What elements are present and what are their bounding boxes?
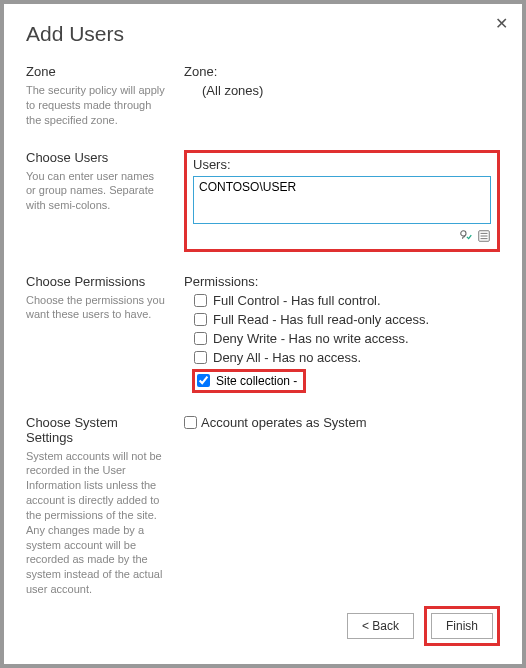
dialog-title: Add Users bbox=[26, 22, 500, 46]
permissions-section-title: Choose Permissions bbox=[26, 274, 166, 289]
perm-full-control[interactable]: Full Control - Has full control. bbox=[194, 293, 500, 308]
system-section-title: Choose System Settings bbox=[26, 415, 166, 445]
perm-checkbox[interactable] bbox=[197, 374, 210, 387]
section-system: Choose System Settings System accounts w… bbox=[26, 415, 500, 597]
dialog-footer: < Back Finish bbox=[347, 606, 500, 646]
system-section-desc: System accounts will not be recorded in … bbox=[26, 449, 166, 597]
perm-checkbox[interactable] bbox=[194, 294, 207, 307]
users-section-title: Choose Users bbox=[26, 150, 166, 165]
perm-site-collection-highlight[interactable]: Site collection - bbox=[192, 369, 306, 393]
perm-full-read[interactable]: Full Read - Has full read-only access. bbox=[194, 312, 500, 327]
perm-checkbox[interactable] bbox=[194, 351, 207, 364]
perm-label: Site collection - bbox=[216, 374, 297, 388]
section-permissions: Choose Permissions Choose the permission… bbox=[26, 274, 500, 393]
close-icon[interactable]: ✕ bbox=[495, 14, 508, 33]
zone-section-desc: The security policy will apply to reques… bbox=[26, 83, 166, 128]
section-zone: Zone The security policy will apply to r… bbox=[26, 64, 500, 128]
check-names-icon[interactable] bbox=[459, 229, 473, 243]
zone-value: (All zones) bbox=[202, 83, 500, 98]
system-checkbox[interactable] bbox=[184, 416, 197, 429]
back-button[interactable]: < Back bbox=[347, 613, 414, 639]
browse-icon[interactable] bbox=[477, 229, 491, 243]
system-checkbox-label: Account operates as System bbox=[201, 415, 366, 430]
perm-checkbox[interactable] bbox=[194, 332, 207, 345]
perm-label: Full Read - Has full read-only access. bbox=[213, 312, 429, 327]
perm-deny-write[interactable]: Deny Write - Has no write access. bbox=[194, 331, 500, 346]
finish-button[interactable]: Finish bbox=[431, 613, 493, 639]
perm-label: Deny Write - Has no write access. bbox=[213, 331, 409, 346]
users-highlight: Users: bbox=[184, 150, 500, 252]
finish-highlight: Finish bbox=[424, 606, 500, 646]
permissions-list: Full Control - Has full control. Full Re… bbox=[194, 293, 500, 393]
users-section-desc: You can enter user names or group names.… bbox=[26, 169, 166, 214]
zone-section-title: Zone bbox=[26, 64, 166, 79]
perm-label: Deny All - Has no access. bbox=[213, 350, 361, 365]
dialog-content: Zone The security policy will apply to r… bbox=[26, 64, 500, 597]
svg-point-0 bbox=[461, 230, 466, 235]
perm-checkbox[interactable] bbox=[194, 313, 207, 326]
system-checkbox-row[interactable]: Account operates as System bbox=[184, 415, 500, 430]
zone-label: Zone: bbox=[184, 64, 500, 79]
users-input[interactable] bbox=[193, 176, 491, 224]
add-users-dialog: ✕ Add Users Zone The security policy wil… bbox=[4, 4, 522, 664]
permissions-section-desc: Choose the permissions you want these us… bbox=[26, 293, 166, 323]
perm-label: Full Control - Has full control. bbox=[213, 293, 381, 308]
perm-deny-all[interactable]: Deny All - Has no access. bbox=[194, 350, 500, 365]
section-users: Choose Users You can enter user names or… bbox=[26, 150, 500, 252]
permissions-label: Permissions: bbox=[184, 274, 500, 289]
users-label: Users: bbox=[193, 157, 491, 172]
